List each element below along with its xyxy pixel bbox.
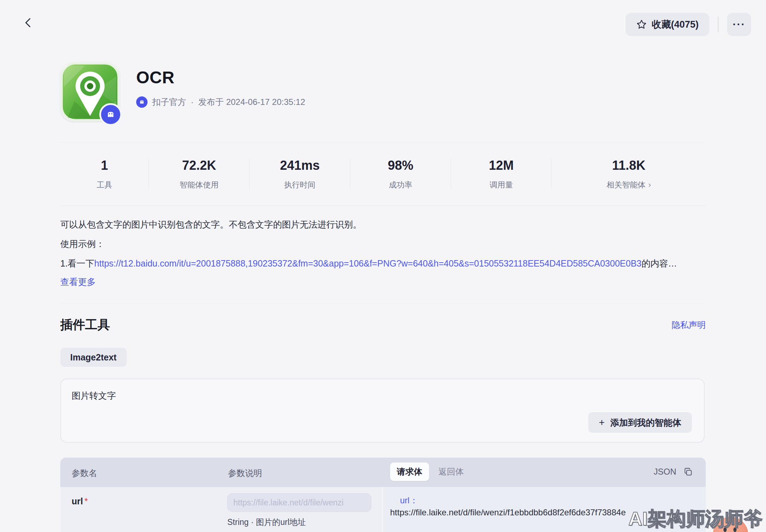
tools-section-title: 插件工具 bbox=[60, 317, 110, 333]
header-text: OCR 扣子官方 · 发布于 2024-06-17 20:35:12 bbox=[136, 62, 305, 122]
see-more-link[interactable]: 查看更多 bbox=[60, 276, 96, 288]
plus-icon: + bbox=[599, 417, 605, 428]
plugin-detail-page: 收藏(4075) ··· bbox=[0, 0, 766, 532]
stat-related-agents[interactable]: 11.8K 相关智能体 › bbox=[552, 158, 706, 190]
stat-value: 12M bbox=[489, 158, 514, 173]
favorite-label: 收藏(4075) bbox=[652, 18, 699, 31]
copy-json-button[interactable] bbox=[683, 467, 693, 477]
copy-icon bbox=[683, 467, 693, 477]
plugin-title: OCR bbox=[136, 68, 305, 87]
description-line-1: 可以从包含文字的图片中识别包含的文字。不包含文字的图片无法进行识别。 bbox=[60, 218, 706, 230]
json-value: https://file.laike.net/d/file/wenzi/f1eb… bbox=[390, 508, 702, 517]
stat-calls: 12M 调用量 bbox=[451, 158, 551, 190]
more-button[interactable]: ··· bbox=[727, 13, 751, 36]
privacy-statement-link[interactable]: 隐私声明 bbox=[672, 319, 706, 331]
body-tabs: 请求体 返回体 bbox=[390, 463, 464, 481]
tool-card: 图片转文字 + 添加到我的智能体 bbox=[60, 379, 705, 443]
stat-tools: 1 工具 bbox=[60, 158, 149, 190]
example-url-link[interactable]: https://t12.baidu.com/it/u=2001875888,19… bbox=[94, 258, 642, 268]
json-key: url： bbox=[400, 495, 418, 506]
publish-date: 发布于 2024-06-17 20:35:12 bbox=[198, 96, 305, 108]
plugin-description: 可以从包含文字的图片中识别包含的文字。不包含文字的图片无法进行识别。 使用示例：… bbox=[60, 218, 706, 288]
param-url-input[interactable] bbox=[227, 493, 371, 512]
stat-value: 1 bbox=[101, 158, 108, 173]
back-button[interactable] bbox=[20, 14, 37, 31]
param-name: url* bbox=[72, 496, 88, 506]
tool-tab-image2text[interactable]: Image2text bbox=[60, 348, 127, 367]
tools-section-header: 插件工具 隐私声明 bbox=[60, 317, 706, 333]
stats-bar: 1 工具 72.2K 智能体使用 241ms 执行时间 98% 成功率 12M … bbox=[60, 142, 706, 206]
json-label: JSON bbox=[654, 467, 676, 477]
json-group: JSON bbox=[654, 467, 693, 477]
tab-request-body[interactable]: 请求体 bbox=[390, 463, 429, 481]
stat-label: 相关智能体 › bbox=[606, 180, 651, 190]
usage-example-line: 1.看一下https://t12.baidu.com/it/u=20018758… bbox=[60, 257, 706, 269]
publisher-badge-icon bbox=[99, 103, 122, 126]
stat-value: 11.8K bbox=[612, 158, 645, 173]
watermark-avatar bbox=[713, 517, 748, 532]
example-suffix: 的内容… bbox=[642, 258, 677, 268]
stat-exec-time: 241ms 执行时间 bbox=[250, 158, 350, 190]
stat-success-rate: 98% 成功率 bbox=[350, 158, 451, 190]
column-param-desc: 参数说明 bbox=[228, 467, 262, 479]
publish-meta: 扣子官方 · 发布于 2024-06-17 20:35:12 bbox=[136, 96, 305, 108]
meta-separator: · bbox=[191, 97, 194, 107]
param-name-text: url bbox=[72, 496, 83, 506]
verified-badge-icon bbox=[136, 96, 148, 108]
description-line-2: 使用示例： bbox=[60, 238, 706, 250]
avatar-eye bbox=[723, 527, 727, 532]
tool-name: 图片转文字 bbox=[72, 390, 116, 402]
stat-value: 241ms bbox=[280, 158, 320, 173]
example-prefix: 1.看一下 bbox=[60, 258, 94, 268]
param-type-desc: String · 图片的url地址 bbox=[227, 517, 306, 528]
stat-value: 98% bbox=[388, 158, 413, 173]
topbar-divider bbox=[718, 17, 718, 32]
stat-label: 成功率 bbox=[389, 180, 412, 190]
json-preview-panel: url： https://file.laike.net/d/file/wenzi… bbox=[383, 487, 706, 532]
topbar-actions: 收藏(4075) ··· bbox=[626, 13, 751, 36]
add-to-agent-button[interactable]: + 添加到我的智能体 bbox=[588, 412, 692, 433]
params-table: 参数名 参数说明 请求体 返回体 JSON url* String · 图片的u… bbox=[60, 458, 706, 532]
favorite-button[interactable]: 收藏(4075) bbox=[626, 13, 709, 36]
tab-response-body[interactable]: 返回体 bbox=[438, 466, 464, 477]
ellipsis-icon: ··· bbox=[733, 18, 745, 30]
stat-label: 智能体使用 bbox=[180, 180, 219, 190]
star-icon bbox=[636, 19, 647, 30]
column-param-name: 参数名 bbox=[72, 467, 97, 479]
stat-label: 执行时间 bbox=[284, 180, 316, 190]
chevron-left-icon bbox=[22, 17, 34, 29]
app-icon-wrap bbox=[60, 62, 120, 122]
chevron-right-icon: › bbox=[648, 180, 651, 190]
params-table-header: 参数名 参数说明 请求体 返回体 JSON bbox=[60, 458, 706, 487]
stat-agent-usage: 72.2K 智能体使用 bbox=[149, 158, 249, 190]
section-divider bbox=[60, 304, 706, 304]
stat-label: 工具 bbox=[97, 180, 112, 190]
stat-label: 调用量 bbox=[490, 180, 513, 190]
param-row: url* String · 图片的url地址 bbox=[60, 487, 382, 532]
plugin-header: OCR 扣子官方 · 发布于 2024-06-17 20:35:12 bbox=[60, 62, 305, 122]
avatar-eye bbox=[733, 527, 737, 532]
add-to-agent-label: 添加到我的智能体 bbox=[610, 417, 681, 429]
params-table-body: url* String · 图片的url地址 url： https://file… bbox=[60, 487, 706, 532]
stat-value: 72.2K bbox=[182, 158, 216, 173]
publisher-name: 扣子官方 bbox=[152, 96, 186, 108]
required-asterisk: * bbox=[84, 496, 88, 506]
stat-label-text: 相关智能体 bbox=[606, 180, 645, 190]
